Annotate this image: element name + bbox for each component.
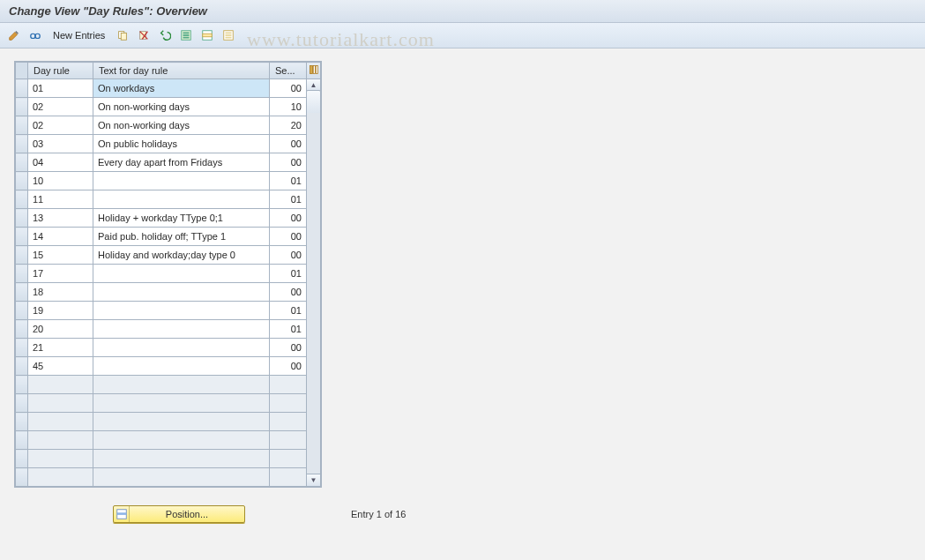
seq-cell[interactable] (270, 413, 306, 430)
text-cell[interactable] (93, 172, 269, 190)
row-selector[interactable] (16, 98, 28, 116)
seq-cell[interactable] (270, 450, 306, 467)
dayrule-cell[interactable] (28, 228, 93, 245)
row-selector[interactable] (16, 209, 28, 228)
deselect-all-icon[interactable] (220, 26, 237, 44)
dayrule-cell[interactable] (28, 153, 93, 171)
row-selector[interactable] (16, 246, 28, 265)
text-cell[interactable] (93, 376, 269, 393)
seq-cell[interactable] (270, 98, 306, 116)
row-selector[interactable] (16, 431, 28, 450)
seq-cell[interactable] (270, 357, 306, 375)
dayrule-cell[interactable] (28, 413, 93, 430)
row-selector[interactable] (16, 302, 28, 320)
undo-icon[interactable] (156, 26, 174, 44)
seq-cell[interactable] (270, 116, 306, 134)
row-selector[interactable] (16, 228, 28, 246)
seq-cell[interactable] (270, 79, 306, 97)
text-cell[interactable] (93, 339, 269, 356)
seq-cell[interactable] (270, 153, 306, 171)
vertical-scrollbar[interactable]: ▲▼ (307, 79, 321, 487)
col-header-dayrule[interactable]: Day rule (28, 63, 93, 79)
dayrule-cell[interactable] (28, 320, 93, 338)
row-selector[interactable] (16, 135, 28, 153)
col-header-text[interactable]: Text for day rule (93, 63, 270, 79)
dayrule-cell[interactable] (28, 431, 93, 449)
seq-cell[interactable] (270, 228, 306, 245)
row-selector[interactable] (16, 339, 28, 357)
row-selector[interactable] (16, 468, 28, 487)
dayrule-cell[interactable] (28, 172, 93, 190)
row-selector[interactable] (16, 376, 28, 394)
seq-cell[interactable] (270, 190, 306, 208)
row-selector[interactable] (16, 394, 28, 413)
configure-columns-icon[interactable] (307, 63, 321, 79)
dayrule-cell[interactable] (28, 302, 93, 319)
scroll-track[interactable] (306, 113, 321, 475)
scroll-thumb[interactable] (306, 90, 321, 115)
text-cell[interactable] (93, 79, 269, 97)
dayrule-cell[interactable] (28, 246, 93, 264)
row-selector[interactable] (16, 116, 28, 135)
seq-cell[interactable] (270, 135, 306, 153)
text-cell[interactable] (93, 450, 269, 467)
dayrule-cell[interactable] (28, 283, 93, 301)
row-selector[interactable] (16, 172, 28, 190)
dayrule-cell[interactable] (28, 209, 93, 227)
row-selector[interactable] (16, 320, 28, 339)
seq-cell[interactable] (270, 172, 306, 190)
text-cell[interactable] (93, 302, 269, 319)
seq-cell[interactable] (270, 339, 306, 356)
dayrule-cell[interactable] (28, 339, 93, 356)
row-selector[interactable] (16, 153, 28, 172)
row-selector[interactable] (16, 357, 28, 376)
dayrule-cell[interactable] (28, 190, 93, 208)
scroll-down-icon[interactable]: ▼ (306, 474, 321, 487)
text-cell[interactable] (93, 357, 269, 375)
text-cell[interactable] (93, 468, 269, 486)
text-cell[interactable] (93, 153, 269, 171)
seq-cell[interactable] (270, 320, 306, 338)
row-selector[interactable] (16, 190, 28, 209)
col-header-seq[interactable]: Se... (270, 63, 307, 79)
text-cell[interactable] (93, 98, 269, 116)
text-cell[interactable] (93, 228, 269, 245)
glasses-detail-icon[interactable] (26, 26, 44, 44)
seq-cell[interactable] (270, 265, 306, 282)
toggle-display-change-icon[interactable] (5, 26, 23, 44)
dayrule-cell[interactable] (28, 376, 93, 393)
select-all-icon[interactable] (177, 26, 195, 44)
row-selector[interactable] (16, 265, 28, 283)
row-selector[interactable] (16, 283, 28, 302)
row-selector[interactable] (16, 413, 28, 431)
dayrule-cell[interactable] (28, 135, 93, 153)
dayrule-cell[interactable] (28, 450, 93, 467)
seq-cell[interactable] (270, 209, 306, 227)
seq-cell[interactable] (270, 283, 306, 301)
delete-icon[interactable] (135, 26, 153, 44)
position-button[interactable]: Position... (113, 505, 245, 523)
text-cell[interactable] (93, 413, 269, 430)
dayrule-cell[interactable] (28, 265, 93, 282)
dayrule-cell[interactable] (28, 357, 93, 375)
new-entries-button[interactable]: New Entries (48, 28, 110, 42)
text-cell[interactable] (93, 394, 269, 412)
seq-cell[interactable] (270, 376, 306, 393)
dayrule-cell[interactable] (28, 468, 93, 486)
row-selector[interactable] (16, 450, 28, 468)
text-cell[interactable] (93, 246, 269, 264)
seq-cell[interactable] (270, 468, 306, 486)
dayrule-cell[interactable] (28, 98, 93, 116)
dayrule-cell[interactable] (28, 394, 93, 412)
seq-cell[interactable] (270, 431, 306, 449)
text-cell[interactable] (93, 431, 269, 449)
copy-icon[interactable] (114, 26, 131, 44)
dayrule-cell[interactable] (28, 116, 93, 134)
text-cell[interactable] (93, 320, 269, 338)
text-cell[interactable] (93, 190, 269, 208)
seq-cell[interactable] (270, 246, 306, 264)
seq-cell[interactable] (270, 394, 306, 412)
text-cell[interactable] (93, 209, 269, 227)
corner-header[interactable] (16, 63, 28, 79)
text-cell[interactable] (93, 265, 269, 282)
